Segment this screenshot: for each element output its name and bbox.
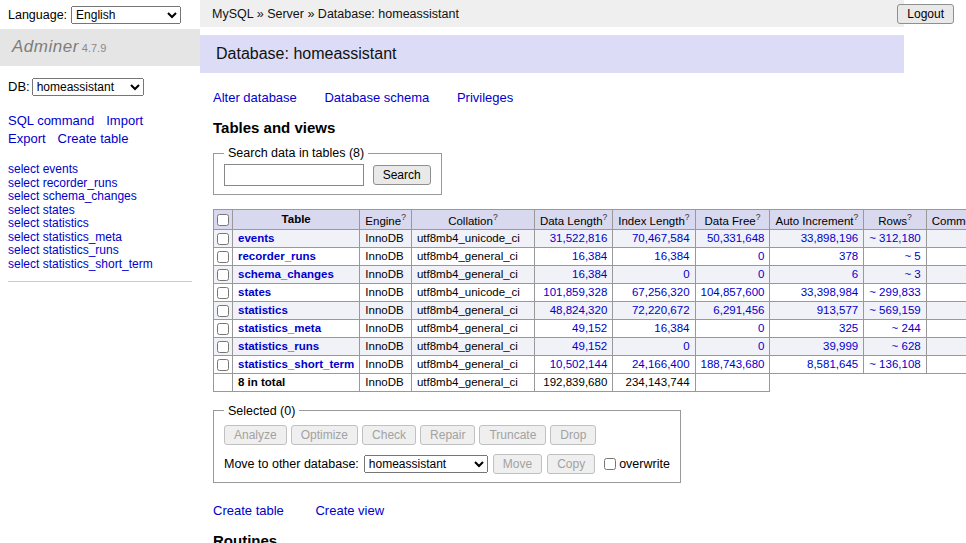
breadcrumb-separator: » [304,7,318,21]
data-length-cell: 49,152 [534,319,612,337]
table-row: recorder_runsInnoDButf8mb4_general_ci16,… [214,247,966,265]
import-link[interactable]: Import [106,113,143,128]
index-length-cell: 67,256,320 [613,283,695,301]
table-name-link[interactable]: schema_changes [238,268,334,280]
overwrite-option: overwrite [604,457,670,471]
table-name-link[interactable]: statistics_short_term [238,358,354,370]
table-name-link[interactable]: events [238,232,274,244]
create-view-link[interactable]: Create view [315,503,384,518]
table-name-link[interactable]: statistics_runs [238,340,319,352]
logout-button[interactable]: Logout [897,4,954,24]
column-help-icon[interactable]: ? [907,212,912,222]
index-length-cell: 0 [613,337,695,355]
create-table-link[interactable]: Create table [213,503,284,518]
row-checkbox[interactable] [217,233,229,245]
search-button[interactable]: Search [373,165,431,185]
auto-increment-cell: 33,898,196 [770,229,864,247]
column-help-icon[interactable]: ? [401,212,406,222]
index-length-cell: 24,166,400 [613,355,695,373]
app-version: 4.7.9 [82,42,106,54]
comment-cell [926,283,966,301]
analyze-button[interactable]: Analyze [224,425,287,445]
sql-command-link[interactable]: SQL command [8,113,94,128]
content: Alter database Database schema Privilege… [200,73,966,543]
db-selector-row: DB:homeassistant [8,78,192,96]
data-length-cell: 16,384 [534,247,612,265]
index-length-cell: 16,384 [613,247,695,265]
overwrite-checkbox[interactable] [604,458,616,470]
sidebar-table-link[interactable]: select events [8,163,192,177]
alter-database-link[interactable]: Alter database [213,90,297,105]
select-all-checkbox[interactable] [217,214,229,226]
optimize-button[interactable]: Optimize [291,425,358,445]
row-checkbox[interactable] [217,359,229,371]
move-db-select[interactable]: homeassistant [364,455,488,473]
column-header-engine: Engine? [360,210,412,230]
rows-cell: ~ 312,180 [864,229,926,247]
total-index-length-cell: 234,143,744 [613,373,695,391]
tables-and-views-heading: Tables and views [213,119,910,136]
repair-button[interactable]: Repair [420,425,475,445]
row-checkbox[interactable] [217,323,229,335]
collation-cell: utf8mb4_unicode_ci [411,283,534,301]
row-checkbox[interactable] [217,287,229,299]
row-checkbox-cell [214,229,233,247]
column-help-icon[interactable]: ? [493,212,498,222]
sidebar-table-link[interactable]: select schema_changes [8,190,192,204]
table-name-cell: statistics_meta [233,319,360,337]
collation-cell: utf8mb4_general_ci [411,337,534,355]
row-checkbox[interactable] [217,269,229,281]
create-table-sidebar-link[interactable]: Create table [58,131,129,146]
column-header-table: Table [233,210,360,230]
search-input[interactable] [224,164,364,186]
database-schema-link[interactable]: Database schema [324,90,429,105]
data-length-cell: 16,384 [534,265,612,283]
check-button[interactable]: Check [362,425,416,445]
data-free-cell: 0 [695,337,770,355]
export-link[interactable]: Export [8,131,46,146]
table-name-link[interactable]: statistics [238,304,288,316]
tables-tbody: eventsInnoDButf8mb4_unicode_ci31,522,816… [214,229,966,391]
drop-button[interactable]: Drop [550,425,596,445]
table-name-link[interactable]: recorder_runs [238,250,316,262]
comment-cell [926,301,966,319]
auto-increment-cell: 6 [770,265,864,283]
collation-cell: utf8mb4_general_ci [411,355,534,373]
truncate-button[interactable]: Truncate [479,425,546,445]
table-name-cell: schema_changes [233,265,360,283]
row-checkbox[interactable] [217,251,229,263]
table-name-link[interactable]: states [238,286,271,298]
data-free-cell: 104,857,600 [695,283,770,301]
column-help-icon[interactable]: ? [756,212,761,222]
engine-cell: InnoDB [360,229,412,247]
total-data-free-cell [695,373,770,391]
column-help-icon[interactable]: ? [853,212,858,222]
sidebar-actions: SQL commandImport ExportCreate table [8,112,192,147]
sidebar-table-link[interactable]: select states [8,204,192,218]
sidebar-table-link[interactable]: select statistics [8,217,192,231]
move-button[interactable]: Move [493,454,542,474]
auto-increment-cell: 913,577 [770,301,864,319]
sidebar-table-link[interactable]: select statistics_meta [8,231,192,245]
copy-button[interactable]: Copy [547,454,595,474]
sidebar-table-link[interactable]: select statistics_short_term [8,258,192,272]
rows-cell: ~ 136,108 [864,355,926,373]
column-header-data-free: Data Free? [695,210,770,230]
privileges-link[interactable]: Privileges [457,90,513,105]
row-checkbox-cell [214,355,233,373]
db-select[interactable]: homeassistant [32,78,144,96]
row-checkbox[interactable] [217,305,229,317]
total-check-cell [214,373,233,391]
breadcrumb-link[interactable]: MySQL [212,7,253,21]
column-help-icon[interactable]: ? [603,212,608,222]
language-select[interactable]: English [71,6,181,24]
column-help-icon[interactable]: ? [685,212,690,222]
row-checkbox[interactable] [217,341,229,353]
table-row: statistics_short_termInnoDButf8mb4_gener… [214,355,966,373]
table-name-link[interactable]: statistics_meta [238,322,321,334]
breadcrumb-link[interactable]: Server [267,7,304,21]
sidebar-table-link[interactable]: select statistics_runs [8,244,192,258]
sidebar-table-link[interactable]: select recorder_runs [8,177,192,191]
select-all-header-cell [214,210,233,230]
language-row: Language:English [0,0,200,29]
